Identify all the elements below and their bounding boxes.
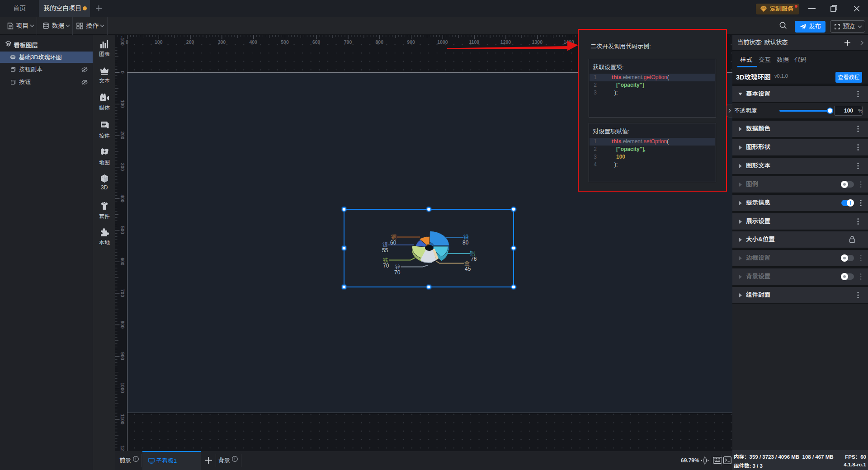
svg-text:500: 500: [281, 39, 289, 45]
svg-text:200: 200: [186, 39, 194, 45]
svg-text:0: 0: [126, 39, 128, 45]
svg-text:900: 900: [407, 39, 415, 45]
svg-text:300: 300: [120, 163, 125, 171]
svg-text:300: 300: [218, 39, 226, 45]
svg-text:700: 700: [120, 289, 125, 297]
svg-text:500: 500: [120, 226, 125, 234]
svg-text:800: 800: [120, 321, 125, 329]
svg-text:100: 100: [120, 100, 125, 108]
svg-text:1100: 1100: [120, 414, 125, 424]
svg-text:700: 700: [344, 39, 352, 45]
svg-text:100: 100: [155, 39, 163, 45]
svg-text:800: 800: [376, 39, 384, 45]
svg-text:600: 600: [312, 39, 321, 45]
svg-text:1200: 1200: [120, 446, 125, 451]
svg-text:-100: -100: [120, 36, 125, 46]
svg-text:200: 200: [120, 132, 125, 140]
svg-text:400: 400: [120, 194, 125, 202]
svg-text:400: 400: [249, 39, 257, 45]
svg-text:600: 600: [120, 258, 125, 266]
svg-text:1000: 1000: [120, 382, 125, 393]
svg-text:900: 900: [120, 352, 125, 360]
svg-text:0: 0: [120, 71, 125, 74]
